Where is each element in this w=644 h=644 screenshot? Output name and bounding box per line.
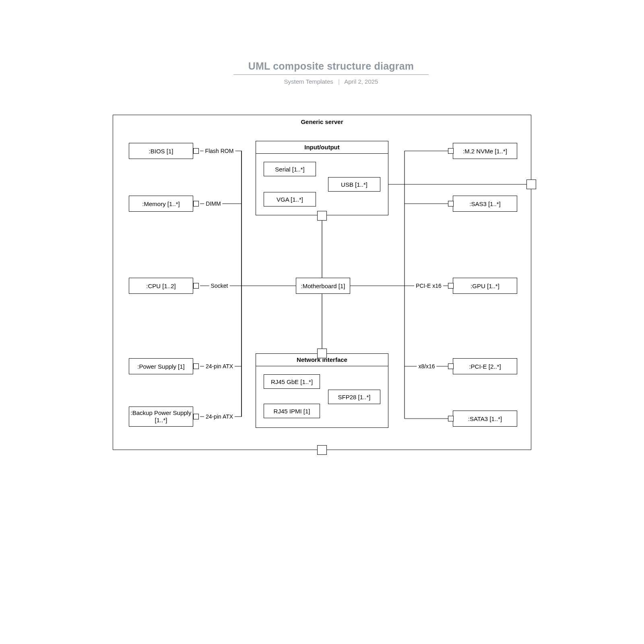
- port-io-frame-right: [526, 180, 536, 189]
- conn-pcie-x16: PCI-E x16: [414, 283, 443, 289]
- port-network-frame-bottom: [317, 445, 327, 455]
- part-gpu-label: :GPU [1..*]: [471, 283, 500, 289]
- conn-x8-x16: x8/x16: [417, 363, 436, 369]
- part-sas3[interactable]: :SAS3 [1..*]: [453, 196, 517, 212]
- conn-dimm: DIMM: [204, 200, 222, 207]
- port-bios: [193, 148, 199, 154]
- port-io-bottom: [317, 211, 327, 221]
- io-vga-label: VGA [1..*]: [277, 196, 303, 203]
- net-rj45-gbe-label: RJ45 GbE [1..*]: [271, 378, 313, 385]
- io-usb[interactable]: USB [1..*]: [328, 177, 380, 192]
- diagram-canvas: UML composite structure diagram System T…: [0, 0, 644, 644]
- conn-flash-rom: Flash ROM: [204, 148, 235, 154]
- port-sas3: [448, 201, 454, 206]
- port-sata3: [448, 416, 454, 421]
- part-m2nvme-label: :M.2 NVMe [1..*]: [463, 148, 507, 155]
- io-serial[interactable]: Serial [1..*]: [264, 162, 316, 176]
- port-memory: [193, 201, 199, 206]
- net-rj45-ipmi[interactable]: RJ45 IPMI [1]: [264, 404, 320, 418]
- port-psu: [193, 363, 199, 369]
- part-bios-label: :BIOS [1]: [149, 148, 173, 155]
- connector-lines: [0, 0, 644, 644]
- port-gpu: [448, 283, 454, 289]
- part-pcie-label: :PCI-E [2..*]: [469, 363, 501, 370]
- net-sfp28-label: SFP28 [1..*]: [338, 394, 371, 400]
- part-sas3-label: :SAS3 [1..*]: [469, 200, 501, 207]
- part-gpu[interactable]: :GPU [1..*]: [453, 278, 517, 294]
- part-memory[interactable]: :Memory [1..*]: [129, 196, 193, 212]
- part-motherboard-label: :Motherboard [1]: [301, 283, 345, 289]
- part-backup-psu[interactable]: :Backup Power Supply [1..*]: [129, 407, 193, 427]
- part-psu-label: :Power Supply [1]: [137, 363, 185, 370]
- port-pcie: [448, 363, 454, 369]
- part-memory-label: :Memory [1..*]: [142, 200, 180, 207]
- port-backup-psu: [193, 414, 199, 419]
- part-backup-psu-label: :Backup Power Supply [1..*]: [129, 409, 193, 424]
- part-cpu-label: :CPU [1..2]: [146, 283, 175, 289]
- part-cpu[interactable]: :CPU [1..2]: [129, 278, 193, 294]
- io-usb-label: USB [1..*]: [341, 181, 367, 188]
- io-vga[interactable]: VGA [1..*]: [264, 192, 316, 206]
- part-psu[interactable]: :Power Supply [1]: [129, 358, 193, 374]
- part-sata3[interactable]: :SATA3 [1..*]: [453, 411, 517, 427]
- port-m2nvme: [448, 148, 454, 154]
- net-rj45-gbe[interactable]: RJ45 GbE [1..*]: [264, 374, 320, 389]
- part-pcie[interactable]: :PCI-E [2..*]: [453, 358, 517, 374]
- net-sfp28[interactable]: SFP28 [1..*]: [328, 390, 380, 404]
- conn-atx24-b: 24-pin ATX: [204, 413, 235, 420]
- part-sata3-label: :SATA3 [1..*]: [468, 415, 502, 422]
- part-bios[interactable]: :BIOS [1]: [129, 143, 193, 159]
- part-motherboard[interactable]: :Motherboard [1]: [296, 278, 350, 294]
- io-serial-label: Serial [1..*]: [275, 166, 304, 173]
- port-network-top: [317, 349, 327, 358]
- part-m2nvme[interactable]: :M.2 NVMe [1..*]: [453, 143, 517, 159]
- net-rj45-ipmi-label: RJ45 IPMI [1]: [274, 408, 310, 415]
- composite-io-title: Input/output: [256, 141, 388, 154]
- conn-atx24-a: 24-pin ATX: [204, 363, 235, 369]
- port-cpu: [193, 283, 199, 289]
- conn-socket: Socket: [209, 283, 230, 289]
